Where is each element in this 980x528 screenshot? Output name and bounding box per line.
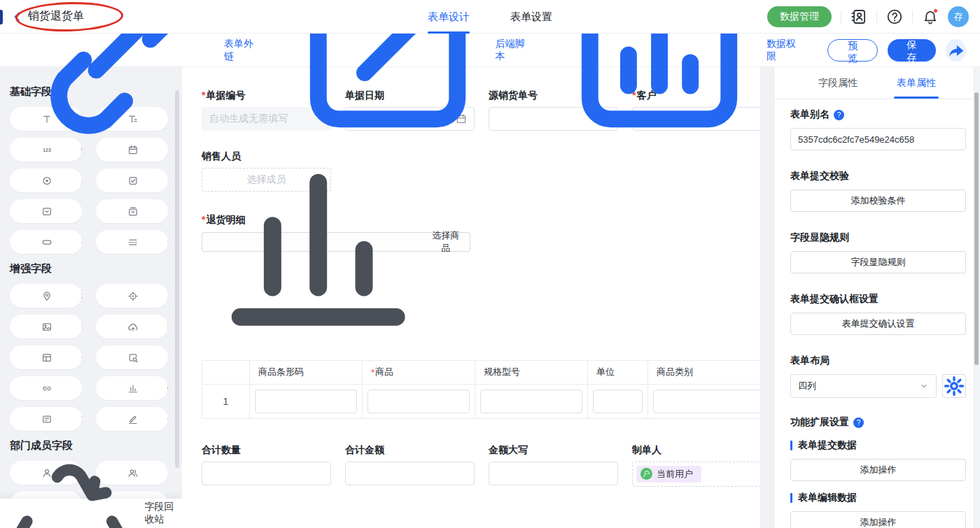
- sidebar-item-label: 关联查询: [167, 351, 168, 364]
- sidebar-item-label: 分割线: [167, 236, 168, 248]
- sidebar-item-0-7[interactable]: 下拉复选框: [96, 199, 168, 223]
- save-button[interactable]: 保存: [888, 39, 936, 62]
- layout-select[interactable]: 四列: [790, 374, 937, 398]
- tab-form-properties[interactable]: 表单属性: [897, 67, 936, 99]
- field-visibility-button[interactable]: 字段显隐规则: [790, 251, 966, 273]
- sidebar-item-1-7[interactable]: 数据加载: [96, 376, 168, 400]
- panel-scrollbar[interactable]: [974, 92, 979, 365]
- required-star: *: [202, 214, 205, 225]
- form-alias-input[interactable]: 5357cdc6c2fc7e549e24c658: [790, 128, 966, 150]
- sidebar-item-label: 流水号: [81, 413, 82, 425]
- sidebar-item-1-1[interactable]: 定位: [96, 284, 168, 308]
- form-alias-label: 表单别名?: [790, 108, 966, 121]
- sidebar-item-1-2[interactable]: 图片: [10, 315, 82, 338]
- field-total-amount[interactable]: 合计金额: [345, 444, 475, 487]
- edit-data-add-action-button[interactable]: 添加操作: [790, 511, 966, 528]
- detail-table-cell: [475, 385, 588, 418]
- secondary-toolbar: 表单外链 后端脚本 数据权限 预览 保存: [0, 34, 980, 67]
- select-icon: [18, 206, 76, 217]
- detail-cell-input[interactable]: [653, 390, 760, 413]
- detail-column-header: 商品类别: [648, 361, 760, 385]
- tab-form-settings[interactable]: 表单设置: [510, 0, 552, 34]
- detail-table-cell: [648, 385, 760, 418]
- sidebar-item-label: 定位: [167, 290, 168, 302]
- preview-button[interactable]: 预览: [827, 39, 877, 62]
- tab-form-design-label: 表单设计: [428, 10, 470, 24]
- form-row-4: 合计数量 合计金额 金额大写 制单人 户 当前用户: [202, 444, 760, 487]
- app-root: 销货退货单 表单设计 表单设置 数据管理 存 表单外链 后端脚本 数据权限 预览…: [0, 0, 980, 528]
- detail-cell-input[interactable]: [368, 390, 470, 413]
- sidebar-item-1-3[interactable]: 附件: [96, 315, 168, 338]
- amount-words-input[interactable]: [489, 462, 618, 485]
- sidebar-item-label: 扩展按钮: [81, 236, 82, 248]
- checkbox-group-icon: [104, 176, 162, 186]
- detail-cell-input[interactable]: [480, 390, 582, 413]
- field-recycle-bin[interactable]: 字段回收站: [0, 499, 182, 528]
- sidebar-item-0-6[interactable]: 下拉框: [10, 199, 82, 223]
- main-tabs: 表单设计 表单设置: [428, 0, 552, 34]
- topbar-actions: 数据管理 存: [767, 6, 969, 27]
- multiselect-icon: [104, 206, 162, 217]
- page-title: 销货退货单: [28, 9, 84, 24]
- total-amount-input[interactable]: [345, 462, 475, 485]
- detail-column-header: 商品条形码: [250, 361, 363, 385]
- field-total-qty[interactable]: 合计数量: [202, 444, 331, 487]
- recycle-icon: [0, 444, 139, 528]
- tab-form-design[interactable]: 表单设计: [428, 0, 470, 34]
- sidebar-item-label: 下拉框: [81, 205, 82, 217]
- field-amount-words[interactable]: 金额大写: [489, 444, 618, 487]
- field-return-detail[interactable]: *退货明细 选择商品 商品条形码*商品规格型号单位商品类别1: [202, 214, 760, 419]
- field-label: 金额大写: [489, 444, 618, 457]
- sidebar-item-0-8[interactable]: 扩展按钮: [10, 230, 82, 254]
- subform-icon: [18, 352, 76, 363]
- creator-picker[interactable]: 户 当前用户: [632, 462, 760, 487]
- sidebar-item-1-4[interactable]: 子表单: [10, 345, 82, 369]
- contacts-icon[interactable]: [850, 8, 867, 25]
- sidebar-item-1-0[interactable]: 地址: [10, 284, 82, 308]
- recycle-label: 字段回收站: [145, 501, 182, 526]
- detail-table-header: 商品条形码*商品规格型号单位商品类别: [202, 361, 760, 385]
- current-user-tag[interactable]: 户 当前用户: [636, 466, 701, 483]
- share-button[interactable]: [946, 39, 966, 62]
- help-icon[interactable]: [886, 8, 903, 25]
- total-qty-input[interactable]: [202, 462, 331, 485]
- notification-bell-icon[interactable]: [922, 8, 939, 25]
- sidebar-item-1-8[interactable]: 流水号: [10, 407, 82, 431]
- sidebar-item-1-9[interactable]: 手写签名: [96, 407, 168, 431]
- topbar: 销货退货单 表单设计 表单设置 数据管理 存: [0, 0, 980, 34]
- sidebar-item-0-9[interactable]: 分割线: [96, 230, 168, 254]
- submit-confirm-button[interactable]: 表单提交确认设置: [790, 313, 966, 335]
- submit-validation-label: 表单提交校验: [790, 170, 966, 183]
- sidebar-item-label: 附件: [167, 320, 168, 333]
- help-icon[interactable]: ?: [853, 418, 864, 428]
- attachment-icon: [104, 322, 162, 332]
- data-load-icon: [104, 383, 162, 394]
- sidebar-item-0-5[interactable]: 复选框组: [96, 169, 168, 192]
- detail-cell-input[interactable]: [593, 390, 643, 413]
- avatar[interactable]: 存: [948, 6, 969, 27]
- sidebar-item-label: 地址: [81, 290, 82, 302]
- field-creator[interactable]: 制单人 户 当前用户: [632, 444, 760, 487]
- help-icon[interactable]: ?: [834, 110, 844, 120]
- signature-icon: [104, 414, 162, 424]
- select-product-button[interactable]: 选择商品: [202, 232, 470, 252]
- submit-data-add-action-button[interactable]: 添加操作: [790, 459, 966, 481]
- nav-collapse-handle[interactable]: [0, 10, 3, 24]
- layout-settings-button[interactable]: [942, 374, 966, 398]
- row-number-cell: 1: [202, 385, 250, 418]
- sidebar-item-0-4[interactable]: 单选按钮组: [10, 169, 82, 192]
- detail-cell-input[interactable]: [255, 390, 357, 413]
- current-user-label: 当前用户: [657, 468, 693, 480]
- sidebar-section-title: 增强字段: [10, 262, 168, 276]
- back-button[interactable]: [11, 10, 24, 23]
- sidebar-item-label: 子表单: [81, 351, 82, 364]
- data-manage-button[interactable]: 数据管理: [767, 6, 832, 27]
- sidebar-item-label: 下拉复选框: [167, 205, 168, 217]
- gear-icon: [943, 375, 965, 397]
- add-validation-button[interactable]: 添加校验条件: [790, 190, 966, 212]
- sidebar-item-1-6[interactable]: 关联数据: [10, 376, 82, 400]
- form-layout-label: 表单布局: [790, 355, 966, 367]
- tab-field-properties[interactable]: 字段属性: [818, 67, 858, 99]
- sidebar-item-1-5[interactable]: 关联查询: [96, 345, 168, 369]
- sidebar-item-label: 单选按钮组: [81, 174, 82, 187]
